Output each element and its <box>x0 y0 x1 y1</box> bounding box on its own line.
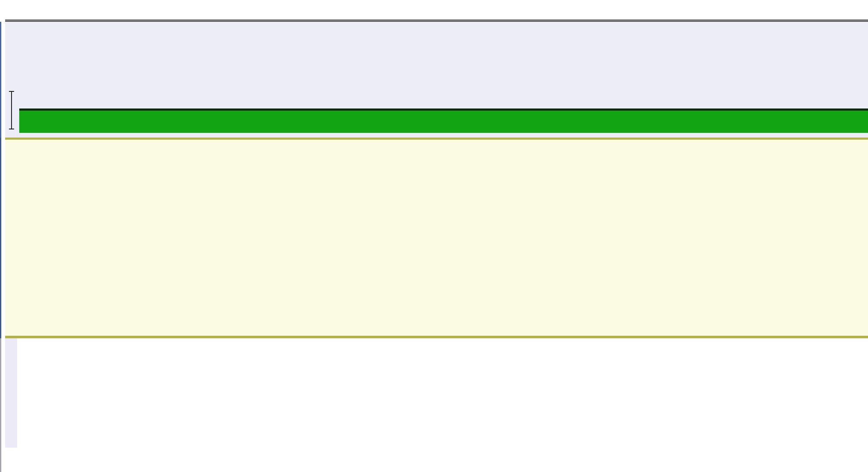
coverage-bar[interactable] <box>19 111 868 133</box>
coverage-axis <box>11 91 12 129</box>
genome-browser-window <box>0 0 868 472</box>
position-cursor-line[interactable] <box>0 338 1 472</box>
chromatogram-trace <box>0 338 868 472</box>
reference-annotation-panel <box>5 140 868 336</box>
position-cursor-line[interactable] <box>0 138 1 338</box>
position-cursor-line[interactable] <box>0 22 1 138</box>
